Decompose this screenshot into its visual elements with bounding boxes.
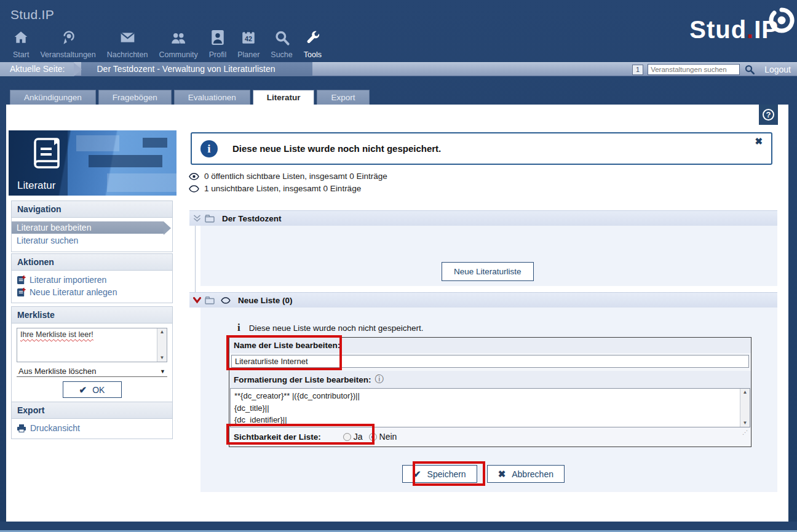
- section-header-testdozent: Der Testdozent: [189, 210, 777, 226]
- invisible-lists-stat: 1 unsichtbare Listen, insgesamt 0 Einträ…: [189, 184, 361, 193]
- new-literature-list-button[interactable]: Neue Literaturliste: [442, 262, 534, 281]
- studip-logo: Stud.IP: [689, 16, 779, 44]
- help-button[interactable]: ?: [759, 105, 778, 125]
- breadcrumb-arrow: [74, 63, 82, 76]
- nav-nachrichten[interactable]: Nachrichten: [101, 27, 154, 59]
- wrench-icon: [304, 27, 321, 48]
- logo-dot: .: [747, 16, 754, 43]
- logout-link[interactable]: Logout: [764, 65, 791, 74]
- nav-label: Veranstaltungen: [40, 50, 95, 59]
- info-icon-small: i: [237, 322, 240, 334]
- cancel-button[interactable]: ✖ Abbrechen: [487, 465, 565, 483]
- search-shortcut-badge: 1: [632, 65, 643, 75]
- export-label: Druckansicht: [30, 423, 80, 433]
- save-button[interactable]: ✔ Speichern: [402, 465, 477, 483]
- image-shape: [107, 173, 176, 192]
- radio-nein[interactable]: Nein: [369, 431, 402, 442]
- merkliste-scrollbar[interactable]: ▲ ▼: [157, 328, 167, 362]
- textarea-scrollbar[interactable]: ▲ ▼: [740, 389, 750, 427]
- visible-lists-stat: 0 öffentlich sichtbare Listen, insgesamt…: [189, 172, 387, 181]
- sidebar-item-literatur-bearbeiten[interactable]: Literatur bearbeiten: [12, 221, 164, 234]
- sidebar-title: Literatur: [17, 180, 55, 192]
- home-icon: [13, 27, 29, 48]
- tab-ankuendigungen[interactable]: Ankündigungen: [10, 90, 96, 105]
- nav-veranstaltungen[interactable]: Veranstaltungen: [34, 27, 101, 59]
- export-list: Druckansicht: [12, 419, 172, 439]
- eye-open-icon: [189, 173, 199, 180]
- list-name-input[interactable]: [231, 355, 749, 368]
- search-icon: [274, 27, 290, 48]
- section-title: Der Testdozent: [222, 214, 282, 223]
- question-mark-icon: ?: [763, 109, 774, 121]
- nav-start[interactable]: Start: [7, 27, 34, 59]
- app-brand: Stud.IP: [10, 7, 54, 22]
- search-submit-icon[interactable]: [744, 64, 755, 75]
- breadcrumb-bar: Aktuelle Seite: Der Testdozent - Verwalt…: [0, 62, 797, 76]
- scroll-down-icon[interactable]: ▼: [160, 355, 165, 360]
- name-field-label: Name der Liste bearbeiten:: [229, 338, 751, 353]
- visibility-label: Sichtbarkeit der Liste:: [234, 432, 321, 442]
- sidebar-item-druckansicht[interactable]: Druckansicht: [12, 422, 172, 434]
- tab-frageboegen[interactable]: Fragebögen: [98, 90, 172, 105]
- course-search-input[interactable]: [648, 64, 740, 75]
- sidebar-item-literatur-importieren[interactable]: Literatur importieren: [12, 274, 172, 286]
- top-navigation: Start Veranstaltungen Nachrichten Commun…: [7, 27, 327, 59]
- collapse-chevron-red-icon[interactable]: [193, 297, 201, 304]
- sidebar-item-neue-literatur-anlegen[interactable]: Neue Literatur anlegen: [12, 286, 172, 298]
- scroll-down-icon[interactable]: ▼: [743, 421, 748, 426]
- cancel-label: Abbrechen: [512, 469, 553, 479]
- logo-part1: Stud: [689, 16, 747, 43]
- close-icon[interactable]: ✖: [755, 136, 763, 147]
- format-field-label: Formatierung der Liste bearbeiten: ⓘ: [229, 371, 751, 388]
- format-textarea[interactable]: **{dc_creator}** |({dc_contributor})|| {…: [230, 388, 750, 427]
- logo-swirl-icon: [767, 6, 796, 34]
- merkliste-listbox[interactable]: Ihre Merkliste ist leer! ▲ ▼: [17, 328, 167, 362]
- seminar-icon: [60, 27, 76, 48]
- nav-label: Nachrichten: [107, 50, 148, 59]
- nav-planer[interactable]: 42 Planer: [232, 27, 265, 59]
- info-icon: i: [200, 140, 218, 157]
- tab-bar: Ankündigungen Fragebögen Evaluationen Li…: [10, 90, 370, 105]
- tab-export[interactable]: Export: [317, 90, 369, 105]
- ok-label: OK: [92, 385, 105, 395]
- svg-text:42: 42: [245, 35, 252, 42]
- resize-grip-icon[interactable]: ⋰: [742, 429, 748, 435]
- image-shape: [89, 155, 162, 167]
- nav-label: Community: [159, 50, 197, 59]
- tab-literatur[interactable]: Literatur: [253, 90, 315, 105]
- image-shape: [143, 138, 167, 148]
- collapse-chevron-icon[interactable]: [193, 215, 201, 222]
- nav-label: Start: [13, 50, 29, 59]
- sidebar-item-literatur-suchen[interactable]: Literatur suchen: [12, 234, 172, 247]
- people-icon: [170, 27, 187, 48]
- nav-community[interactable]: Community: [153, 27, 203, 59]
- radio-ja-circle[interactable]: [343, 433, 351, 441]
- sidebar-header-image: Literatur: [9, 130, 176, 196]
- calendar-icon: 42: [240, 27, 256, 48]
- alert-text: Diese neue Liste wurde noch nicht gespei…: [232, 143, 441, 154]
- tab-evaluationen[interactable]: Evaluationen: [174, 90, 250, 105]
- nav-tools[interactable]: Tools: [298, 27, 327, 59]
- navigation-list: Literatur bearbeiten Literatur suchen: [12, 218, 172, 252]
- radio-ja-label: Ja: [354, 432, 363, 442]
- merkliste-ok-button[interactable]: ✔ OK: [63, 381, 122, 398]
- stat-text: 1 unsichtbare Listen, insgesamt 0 Einträ…: [204, 184, 361, 193]
- printer-icon: [17, 424, 26, 432]
- image-shape: [76, 135, 119, 151]
- nav-label: Suche: [271, 50, 292, 59]
- eye-empty-icon: [189, 185, 199, 193]
- sidebar-box-merkliste: Merkliste Ihre Merkliste ist leer! ▲ ▼ A…: [11, 306, 173, 404]
- folder-icon: [205, 215, 215, 223]
- info-tooltip-icon[interactable]: ⓘ: [375, 374, 384, 385]
- nav-suche[interactable]: Suche: [265, 27, 298, 59]
- scroll-up-icon[interactable]: ▲: [160, 330, 165, 335]
- chevron-down-icon: ▼: [160, 368, 165, 375]
- navigation-header: Navigation: [12, 201, 172, 218]
- nav-profil[interactable]: Profil: [204, 27, 232, 59]
- radio-ja[interactable]: Ja: [343, 431, 368, 442]
- breadcrumb-label: Aktuelle Seite:: [0, 62, 74, 76]
- merkliste-action-select[interactable]: Aus Merkliste löschen ▼: [17, 366, 167, 377]
- radio-nein-circle[interactable]: [369, 433, 377, 441]
- folder-icon: [205, 296, 215, 304]
- scroll-up-icon[interactable]: ▲: [743, 390, 748, 395]
